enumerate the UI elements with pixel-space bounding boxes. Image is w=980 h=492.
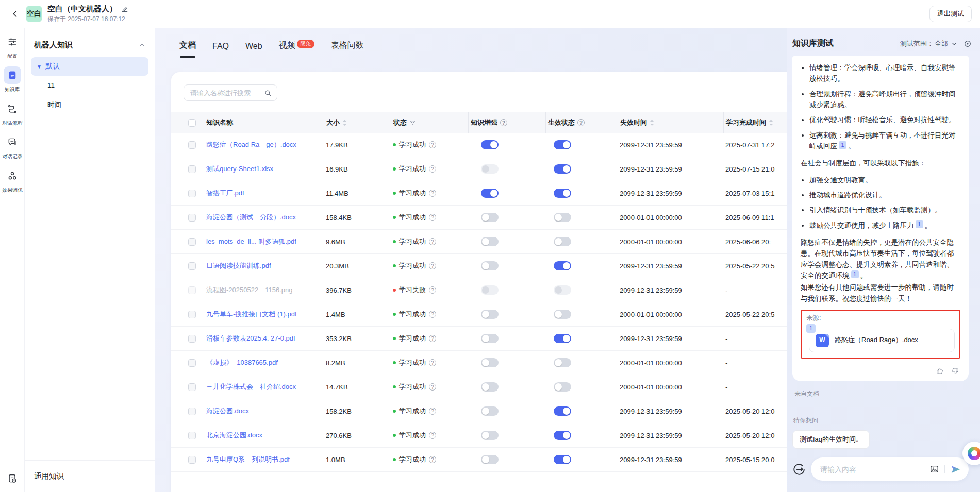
doc-name-link[interactable]: les_mots_de_li... 叫多语狐.pdf [206,237,296,246]
rail-item-dialog-records[interactable]: 对话记录 [1,133,24,160]
active-toggle[interactable] [554,455,571,464]
enhance-toggle[interactable] [481,406,499,416]
row-checkbox[interactable] [188,335,196,343]
chat-input-box[interactable] [811,457,969,481]
enhance-toggle[interactable] [481,455,499,464]
rail-item-tuning[interactable]: 效果调优 [1,167,24,194]
rail-item-dialog-flow[interactable]: 对话流程 [1,100,24,127]
doc-name-link[interactable]: 测试query-Sheet1.xlsx [206,164,273,174]
doc-name-link[interactable]: 路怒症（Road Ra ge）.docx [206,140,296,149]
doc-name-link[interactable]: 日语阅读技能训练.pdf [206,261,271,270]
fail-help-icon[interactable]: ? [429,383,436,391]
sort-icon[interactable] [769,119,773,126]
enhance-toggle[interactable] [481,310,499,319]
row-checkbox[interactable] [188,238,196,246]
active-toggle[interactable] [554,310,571,319]
row-checkbox[interactable] [188,456,196,464]
citation-chip[interactable]: 1 [851,270,859,278]
image-upload-icon[interactable] [929,464,939,474]
active-toggle[interactable] [554,431,571,440]
fail-help-icon[interactable]: ? [429,335,436,342]
enhance-toggle[interactable] [481,358,499,367]
active-toggle[interactable] [554,285,571,295]
active-toggle[interactable] [554,237,571,246]
citation-chip[interactable]: 1 [916,220,923,228]
doc-name-link[interactable]: 海淀公园（测试 分段）.docx [206,213,296,222]
exit-test-button[interactable]: 退出测试 [929,6,972,22]
chat-input[interactable] [820,465,924,473]
enhance-toggle[interactable] [481,189,499,198]
active-toggle[interactable] [554,164,571,174]
doc-name-link[interactable]: 海淀公园.docx [206,406,249,416]
enhance-toggle[interactable] [481,164,499,174]
select-all-checkbox[interactable] [188,119,196,127]
row-checkbox[interactable] [188,311,196,318]
sidebar-item-11[interactable]: 11 [25,76,155,95]
filter-icon[interactable] [409,120,416,126]
doc-name-link[interactable]: 滑板车参数表2025.4. 27-0.pdf [206,334,295,343]
row-checkbox[interactable] [188,408,196,415]
row-checkbox[interactable] [188,190,196,197]
fail-help-icon[interactable]: ? [429,359,436,366]
citation-chip[interactable]: 1 [839,141,846,149]
row-checkbox[interactable] [188,286,196,294]
fail-help-icon[interactable]: ? [429,432,436,439]
doc-name-link[interactable]: 九号电摩Q系 列说明书.pdf [206,455,290,464]
sort-icon[interactable] [342,119,347,126]
search-icon[interactable] [264,89,272,97]
fail-help-icon[interactable]: ? [429,408,436,415]
active-toggle[interactable] [554,213,571,222]
doc-name-link[interactable]: 九号单车-搜推接口文档 (1).pdf [206,310,297,319]
enhance-toggle[interactable] [481,261,499,270]
active-help-icon[interactable]: ? [577,119,585,126]
active-toggle[interactable] [554,261,571,270]
enhance-toggle[interactable] [481,237,499,246]
enhance-toggle[interactable] [481,334,499,343]
active-toggle[interactable] [554,140,571,149]
row-checkbox[interactable] [188,359,196,367]
doc-name-link[interactable]: 智搭工厂.pdf [206,189,244,198]
rail-item-knowledge[interactable]: 知识库 [4,66,21,93]
active-toggle[interactable] [554,406,571,416]
tab-document[interactable]: 文档 [179,40,196,58]
row-checkbox[interactable] [188,262,196,270]
edit-title-icon[interactable] [121,6,128,13]
rail-item-config[interactable]: 配置 [4,33,21,60]
search-input[interactable] [190,89,261,97]
back-icon[interactable] [8,7,23,21]
enhance-toggle[interactable] [481,382,499,392]
general-knowledge-item[interactable]: 通用知识 [25,460,155,492]
sidebar-item-time[interactable]: 时间 [25,95,155,115]
test-scope-select[interactable]: 测试范围：全部 [900,39,972,48]
fail-help-icon[interactable]: ? [429,141,436,148]
enhance-toggle[interactable] [481,431,499,440]
tab-web[interactable]: Web [245,42,262,58]
fail-help-icon[interactable]: ? [429,262,436,269]
doc-name-link[interactable]: 三井化学株式会 社介绍.docx [206,382,296,392]
active-toggle[interactable] [554,334,571,343]
enhance-toggle[interactable] [481,285,499,295]
active-toggle[interactable] [554,382,571,392]
active-toggle[interactable] [554,189,571,198]
fail-help-icon[interactable]: ? [429,456,436,463]
row-checkbox[interactable] [188,214,196,222]
search-box[interactable] [184,84,277,101]
tab-video[interactable]: 视频限免 [279,40,314,58]
chevron-up-icon[interactable] [139,42,145,48]
active-toggle[interactable] [554,358,571,367]
thumbs-down-icon[interactable] [951,367,959,375]
tab-table-qa[interactable]: 表格问数 [331,40,364,58]
source-doc-card[interactable]: 1 W 路怒症（Road Rage）.docx [809,329,955,352]
row-checkbox[interactable] [188,432,196,439]
doc-history-icon[interactable] [0,473,25,484]
send-icon[interactable] [950,464,961,475]
enhance-toggle[interactable] [481,213,499,222]
fail-help-icon[interactable]: ? [429,311,436,318]
row-checkbox[interactable] [188,165,196,173]
suggested-question-chip[interactable]: 测试faq的生效时间。 [792,430,870,449]
sort-icon[interactable] [650,119,654,126]
enhance-toggle[interactable] [481,140,499,149]
doc-name-link[interactable]: 北京海淀公园.docx [206,431,262,440]
row-checkbox[interactable] [188,141,196,149]
enhance-help-icon[interactable]: ? [500,119,507,126]
